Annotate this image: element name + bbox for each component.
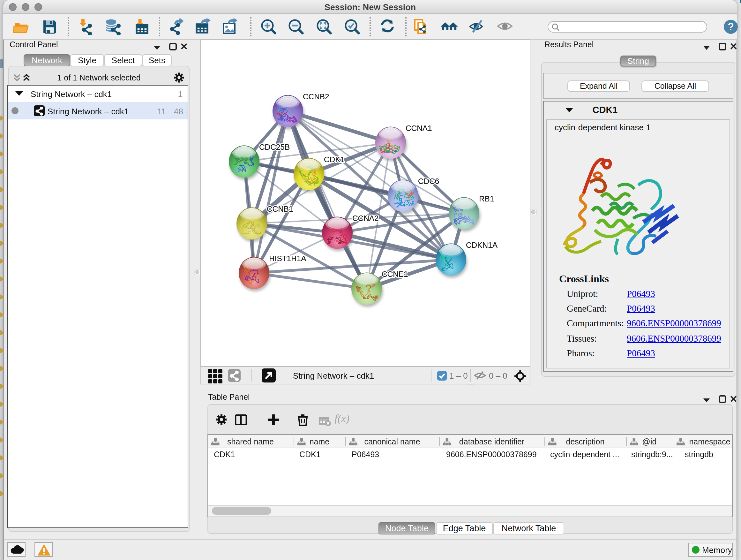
svg-text:CCNB2: CCNB2	[303, 92, 329, 101]
svg-text:CCNA1: CCNA1	[406, 124, 432, 132]
svg-text:HIST1H1A: HIST1H1A	[269, 254, 307, 263]
svg-text:CDC25B: CDC25B	[259, 143, 290, 151]
svg-text:?: ?	[728, 21, 734, 33]
svg-text:RB1: RB1	[479, 194, 494, 203]
svg-text:CDKN1A: CDKN1A	[466, 241, 498, 249]
svg-text:CDC6: CDC6	[418, 177, 439, 186]
svg-text:CCNA2: CCNA2	[352, 214, 379, 223]
svg-text:CDK1: CDK1	[324, 155, 345, 164]
svg-text:CCNB1: CCNB1	[267, 205, 293, 213]
svg-text:CCNE1: CCNE1	[382, 270, 408, 278]
